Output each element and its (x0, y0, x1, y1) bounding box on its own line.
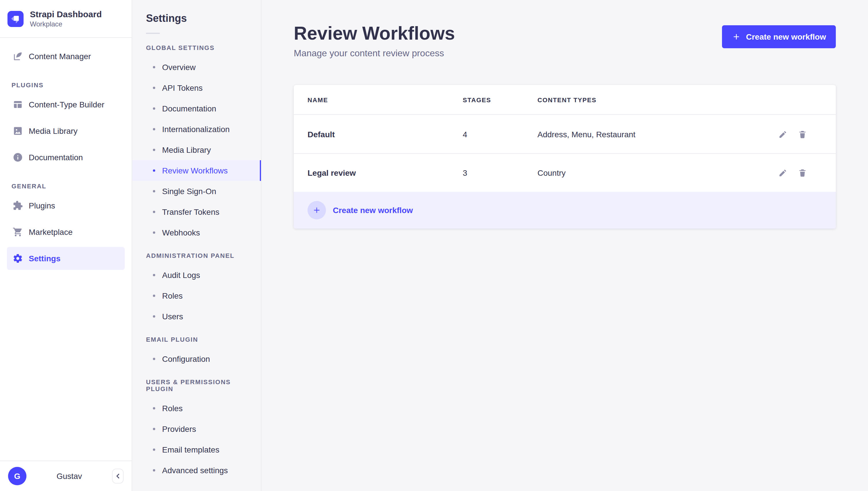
subnav-section-email-plugin: EMAIL PLUGIN (146, 336, 247, 343)
workflow-content-types: Address, Menu, Restaurant (538, 129, 736, 139)
sidebar-item-content-manager[interactable]: Content Manager (7, 45, 125, 68)
bullet-icon (153, 407, 155, 409)
edit-pencil-icon[interactable] (778, 129, 788, 139)
bullet-icon (153, 190, 155, 192)
workflows-table: NAME STAGES CONTENT TYPES Default 4 Addr… (294, 85, 836, 229)
plus-circle-icon[interactable] (307, 201, 326, 220)
workflow-stages: 3 (463, 168, 538, 177)
bullet-icon (153, 87, 155, 89)
bullet-icon (153, 449, 155, 451)
bullet-icon (153, 128, 155, 131)
subnav-item-email-templates[interactable]: Email templates (132, 439, 261, 460)
user-row: G Gustav (0, 461, 132, 491)
sidebar-section-general: GENERAL (11, 183, 132, 190)
sidebar-section-plugins: PLUGINS (11, 82, 132, 88)
delete-trash-icon[interactable] (798, 129, 807, 139)
brand[interactable]: Strapi Dashboard Workplace (0, 0, 132, 38)
workflow-content-types: Country (538, 168, 736, 177)
column-header-stages: STAGES (463, 96, 538, 103)
subnav-item-media-library[interactable]: Media Library (132, 140, 261, 160)
sidebar-item-label: Content Manager (29, 52, 91, 61)
info-icon (12, 152, 23, 163)
gear-icon (12, 253, 23, 264)
create-workflow-button[interactable]: Create new workflow (722, 25, 836, 48)
sidebar-item-label: Media Library (29, 126, 78, 136)
sidebar-item-marketplace[interactable]: Marketplace (7, 221, 125, 243)
bullet-icon (153, 66, 155, 68)
table-row[interactable]: Default 4 Address, Menu, Restaurant (294, 115, 836, 153)
subnav-section-users-permissions-plugin: USERS & PERMISSIONS PLUGIN (146, 378, 247, 392)
sidebar-item-content-type-builder[interactable]: Content-Type Builder (7, 93, 125, 116)
app-root: Strapi Dashboard Workplace Content Manag… (0, 0, 868, 491)
bullet-icon (153, 295, 155, 297)
subnav-item-api-tokens[interactable]: API Tokens (132, 78, 261, 98)
footer-create-workflow-label: Create new workflow (333, 206, 413, 215)
bullet-icon (153, 231, 155, 234)
table-row[interactable]: Legal review 3 Country (294, 153, 836, 192)
puzzle-icon (12, 200, 23, 211)
plus-icon (731, 32, 741, 41)
sidebar-item-label: Plugins (29, 201, 55, 210)
bullet-icon (153, 274, 155, 276)
sidebar-item-settings[interactable]: Settings (7, 247, 125, 270)
row-actions (778, 168, 807, 177)
main-content: Review Workflows Manage your content rev… (262, 0, 868, 491)
bullet-icon (153, 428, 155, 430)
brand-subtitle: Workplace (30, 20, 102, 28)
subnav-item-audit-logs[interactable]: Audit Logs (132, 265, 261, 285)
subnav-item-users[interactable]: Users (132, 306, 261, 327)
workflow-name: Default (307, 129, 463, 139)
bullet-icon (153, 358, 155, 360)
subnav-item-providers[interactable]: Providers (132, 418, 261, 439)
chevron-left-icon (115, 473, 121, 479)
subnav-item-up-roles[interactable]: Roles (132, 398, 261, 418)
brand-title: Strapi Dashboard (30, 9, 102, 20)
delete-trash-icon[interactable] (798, 168, 807, 177)
subnav-item-webhooks[interactable]: Webhooks (132, 222, 261, 243)
subnav-item-transfer-tokens[interactable]: Transfer Tokens (132, 202, 261, 222)
sidebar-item-label: Settings (29, 254, 60, 263)
sidebar-item-label: Content-Type Builder (29, 100, 104, 109)
sidebar-item-label: Documentation (29, 153, 83, 162)
page-title: Review Workflows (294, 24, 455, 42)
sidebar-nav: Content Manager PLUGINS Content-Type Bui… (0, 38, 132, 461)
subnav-section-global-settings: GLOBAL SETTINGS (146, 44, 247, 51)
bullet-icon (153, 107, 155, 110)
feather-pen-icon (12, 51, 23, 61)
bullet-icon (153, 315, 155, 318)
page-header: Review Workflows Manage your content rev… (294, 24, 836, 59)
table-footer-create-workflow[interactable]: Create new workflow (294, 192, 836, 229)
sidebar-item-plugins[interactable]: Plugins (7, 194, 125, 217)
subnav-item-internationalization[interactable]: Internationalization (132, 119, 261, 140)
subnav-section-administration-panel: ADMINISTRATION PANEL (146, 252, 247, 259)
main-sidebar: Strapi Dashboard Workplace Content Manag… (0, 0, 132, 491)
cart-icon (12, 227, 23, 237)
edit-pencil-icon[interactable] (778, 168, 788, 177)
subnav-item-roles[interactable]: Roles (132, 285, 261, 306)
strapi-logo-icon (7, 11, 24, 27)
sidebar-item-media-library[interactable]: Media Library (7, 119, 125, 142)
subnav-item-advanced-settings[interactable]: Advanced settings (132, 460, 261, 481)
user-name[interactable]: Gustav (26, 471, 112, 481)
column-header-name: NAME (307, 96, 463, 103)
avatar[interactable]: G (8, 467, 26, 485)
subnav-item-review-workflows[interactable]: Review Workflows (132, 160, 261, 181)
column-header-content-types: CONTENT TYPES (538, 96, 736, 103)
bullet-icon (153, 169, 155, 172)
subnav-item-configuration[interactable]: Configuration (132, 349, 261, 369)
subnav-item-overview[interactable]: Overview (132, 57, 261, 78)
row-actions (778, 129, 807, 139)
sidebar-collapse-button[interactable] (112, 469, 124, 484)
sidebar-item-label: Marketplace (29, 227, 73, 237)
bullet-icon (153, 149, 155, 151)
table-header-row: NAME STAGES CONTENT TYPES (294, 85, 836, 115)
settings-subnav: Settings GLOBAL SETTINGS Overview API To… (132, 0, 262, 491)
layout-icon (12, 99, 23, 110)
subnav-item-documentation[interactable]: Documentation (132, 98, 261, 119)
bullet-icon (153, 211, 155, 213)
workflow-stages: 4 (463, 129, 538, 139)
sidebar-item-documentation[interactable]: Documentation (7, 146, 125, 169)
subnav-item-single-sign-on[interactable]: Single Sign-On (132, 181, 261, 202)
image-icon (12, 126, 23, 136)
bullet-icon (153, 469, 155, 471)
